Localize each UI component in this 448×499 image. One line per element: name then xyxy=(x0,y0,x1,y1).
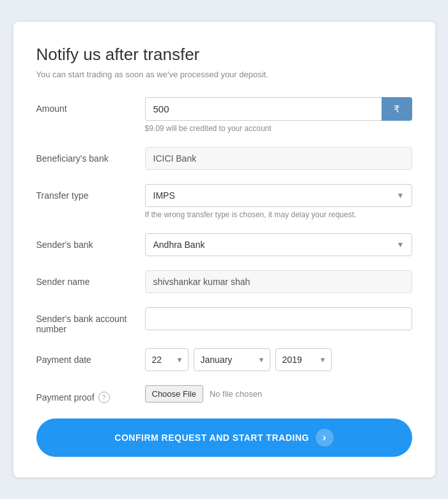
year-select[interactable]: 20172018 2019 20202021 xyxy=(275,348,332,371)
amount-row: Amount ₹ $9.09 will be credited to your … xyxy=(36,97,412,133)
sender-name-label: Sender name xyxy=(36,270,145,287)
transfer-type-label: Transfer type xyxy=(36,184,145,201)
payment-date-label: Payment date xyxy=(36,348,145,365)
sender-name-value: shivshankar kumar shah xyxy=(145,270,412,293)
no-file-text: No file chosen xyxy=(210,389,262,399)
beneficiary-control: ICICI Bank xyxy=(145,147,412,170)
transfer-type-control: IMPS NEFT RTGS ▼ If the wrong transfer t… xyxy=(145,184,412,219)
page-title: Notify us after transfer xyxy=(36,45,412,65)
amount-control: ₹ $9.09 will be credited to your account xyxy=(145,97,412,133)
transfer-type-row: Transfer type IMPS NEFT RTGS ▼ If the wr… xyxy=(36,184,412,219)
sender-bank-wrapper: Andhra Bank SBI HDFC Bank Axis Bank ▼ xyxy=(145,233,412,256)
sender-name-row: Sender name shivshankar kumar shah xyxy=(36,270,412,293)
currency-button[interactable]: ₹ xyxy=(382,97,412,121)
proof-label-wrapper: Payment proof ? xyxy=(36,392,145,403)
sender-name-control: shivshankar kumar shah xyxy=(145,270,412,293)
beneficiary-row: Beneficiary's bank ICICI Bank xyxy=(36,147,412,170)
payment-date-row: Payment date 22 12345 678910 1112131415 … xyxy=(36,348,412,371)
sender-bank-control: Andhra Bank SBI HDFC Bank Axis Bank ▼ xyxy=(145,233,412,256)
day-wrapper: 22 12345 678910 1112131415 1617181920 21… xyxy=(145,348,189,371)
sender-account-input[interactable] xyxy=(145,307,412,330)
help-icon[interactable]: ? xyxy=(98,392,110,403)
choose-file-button[interactable]: Choose File xyxy=(145,385,203,403)
payment-date-control: 22 12345 678910 1112131415 1617181920 21… xyxy=(145,348,412,371)
payment-proof-row: Payment proof ? Choose File No file chos… xyxy=(36,385,412,403)
beneficiary-value: ICICI Bank xyxy=(145,147,412,170)
month-select[interactable]: January FebruaryMarchApril MayJuneJuly A… xyxy=(194,348,270,371)
main-card: Notify us after transfer You can start t… xyxy=(13,22,435,477)
payment-proof-label: Payment proof xyxy=(36,392,95,403)
payment-proof-control: Choose File No file chosen xyxy=(145,385,412,403)
confirm-button-label: CONFIRM REQUEST AND START TRADING xyxy=(114,433,309,443)
transfer-type-warning: If the wrong transfer type is chosen, it… xyxy=(145,210,412,219)
arrow-right-icon: › xyxy=(316,429,334,447)
year-wrapper: 20172018 2019 20202021 ▼ xyxy=(275,348,332,371)
amount-input[interactable] xyxy=(145,97,382,121)
payment-proof-label-area: Payment proof ? xyxy=(36,385,145,403)
amount-wrapper: ₹ xyxy=(145,97,412,121)
beneficiary-label: Beneficiary's bank xyxy=(36,147,145,164)
page-subtitle: You can start trading as soon as we've p… xyxy=(36,70,412,79)
sender-bank-label: Sender's bank xyxy=(36,233,145,250)
sender-account-label: Sender's bank account number xyxy=(36,307,145,334)
day-select[interactable]: 22 12345 678910 1112131415 1617181920 21… xyxy=(145,348,189,371)
amount-hint: $9.09 will be credited to your account xyxy=(145,124,412,133)
month-wrapper: January FebruaryMarchApril MayJuneJuly A… xyxy=(194,348,270,371)
confirm-button[interactable]: CONFIRM REQUEST AND START TRADING › xyxy=(36,418,412,457)
sender-bank-row: Sender's bank Andhra Bank SBI HDFC Bank … xyxy=(36,233,412,256)
proof-row: Choose File No file chosen xyxy=(145,385,412,403)
sender-bank-select[interactable]: Andhra Bank SBI HDFC Bank Axis Bank xyxy=(145,233,412,256)
sender-account-control xyxy=(145,307,412,330)
transfer-type-wrapper: IMPS NEFT RTGS ▼ xyxy=(145,184,412,207)
transfer-type-select[interactable]: IMPS NEFT RTGS xyxy=(145,184,412,207)
date-row: 22 12345 678910 1112131415 1617181920 21… xyxy=(145,348,412,371)
amount-label: Amount xyxy=(36,97,145,114)
sender-account-row: Sender's bank account number xyxy=(36,307,412,334)
